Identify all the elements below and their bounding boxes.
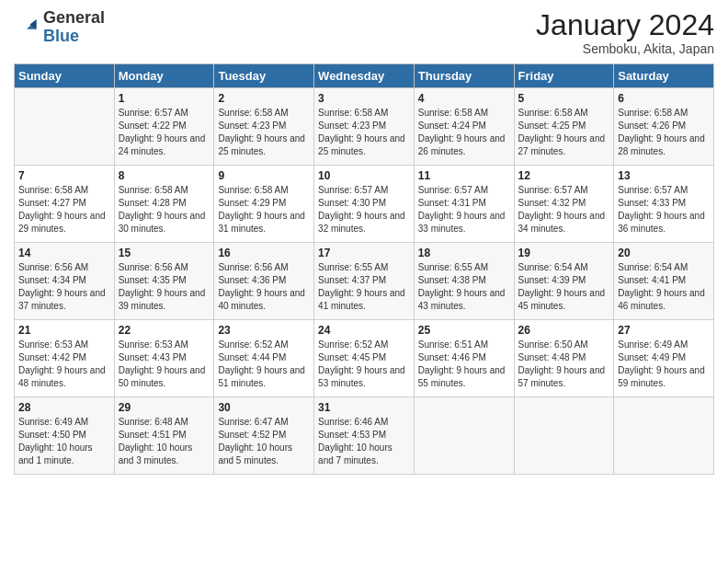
logo-icon xyxy=(14,15,40,40)
calendar-subtitle: Semboku, Akita, Japan xyxy=(536,41,714,56)
day-info: Sunrise: 6:54 AMSunset: 4:41 PMDaylight:… xyxy=(618,261,710,313)
day-number: 9 xyxy=(218,169,310,182)
calendar-cell: 25Sunrise: 6:51 AMSunset: 4:46 PMDayligh… xyxy=(414,320,514,397)
day-info: Sunrise: 6:58 AMSunset: 4:25 PMDaylight:… xyxy=(518,107,610,158)
day-number: 27 xyxy=(618,324,710,337)
calendar-cell xyxy=(414,397,514,475)
calendar-week-3: 14Sunrise: 6:56 AMSunset: 4:34 PMDayligh… xyxy=(15,243,714,320)
day-number: 16 xyxy=(218,247,310,259)
calendar-cell: 26Sunrise: 6:50 AMSunset: 4:48 PMDayligh… xyxy=(514,320,614,397)
day-number: 4 xyxy=(418,92,510,105)
weekday-friday: Friday xyxy=(514,64,614,88)
calendar-cell: 31Sunrise: 6:46 AMSunset: 4:53 PMDayligh… xyxy=(314,397,415,475)
calendar-cell: 14Sunrise: 6:56 AMSunset: 4:34 PMDayligh… xyxy=(15,243,115,320)
weekday-thursday: Thursday xyxy=(414,64,514,88)
day-info: Sunrise: 6:57 AMSunset: 4:31 PMDaylight:… xyxy=(418,184,510,236)
day-number: 10 xyxy=(318,169,410,182)
day-number: 11 xyxy=(418,169,510,182)
calendar-cell xyxy=(15,88,115,166)
day-info: Sunrise: 6:58 AMSunset: 4:29 PMDaylight:… xyxy=(218,184,310,236)
calendar-cell xyxy=(514,397,614,475)
day-number: 7 xyxy=(18,169,110,182)
day-info: Sunrise: 6:58 AMSunset: 4:27 PMDaylight:… xyxy=(18,184,110,236)
day-info: Sunrise: 6:58 AMSunset: 4:28 PMDaylight:… xyxy=(119,184,210,236)
day-info: Sunrise: 6:49 AMSunset: 4:49 PMDaylight:… xyxy=(618,339,710,390)
day-info: Sunrise: 6:49 AMSunset: 4:50 PMDaylight:… xyxy=(18,416,110,467)
day-number: 31 xyxy=(318,401,410,414)
calendar-title: January 2024 xyxy=(536,9,714,41)
day-number: 1 xyxy=(119,92,210,105)
day-number: 14 xyxy=(18,247,110,259)
day-info: Sunrise: 6:51 AMSunset: 4:46 PMDaylight:… xyxy=(418,339,510,390)
day-number: 30 xyxy=(218,401,310,414)
calendar-cell: 29Sunrise: 6:48 AMSunset: 4:51 PMDayligh… xyxy=(114,397,214,475)
calendar-week-2: 7Sunrise: 6:58 AMSunset: 4:27 PMDaylight… xyxy=(15,166,714,243)
header-row: General Blue January 2024 Semboku, Akita… xyxy=(14,9,714,56)
day-info: Sunrise: 6:53 AMSunset: 4:43 PMDaylight:… xyxy=(119,339,210,390)
calendar-cell: 24Sunrise: 6:52 AMSunset: 4:45 PMDayligh… xyxy=(314,320,415,397)
weekday-wednesday: Wednesday xyxy=(314,64,415,88)
calendar-cell: 7Sunrise: 6:58 AMSunset: 4:27 PMDaylight… xyxy=(15,166,115,243)
calendar-cell: 12Sunrise: 6:57 AMSunset: 4:32 PMDayligh… xyxy=(514,166,614,243)
logo-text: General Blue xyxy=(43,9,105,46)
calendar-cell: 20Sunrise: 6:54 AMSunset: 4:41 PMDayligh… xyxy=(614,243,714,320)
day-info: Sunrise: 6:57 AMSunset: 4:22 PMDaylight:… xyxy=(119,107,210,158)
calendar-cell: 22Sunrise: 6:53 AMSunset: 4:43 PMDayligh… xyxy=(114,320,214,397)
day-info: Sunrise: 6:58 AMSunset: 4:23 PMDaylight:… xyxy=(318,107,410,158)
day-info: Sunrise: 6:54 AMSunset: 4:39 PMDaylight:… xyxy=(518,261,610,313)
day-number: 26 xyxy=(518,324,610,337)
day-number: 3 xyxy=(318,92,410,105)
calendar-cell: 16Sunrise: 6:56 AMSunset: 4:36 PMDayligh… xyxy=(214,243,314,320)
day-number: 21 xyxy=(18,324,110,337)
calendar-cell: 23Sunrise: 6:52 AMSunset: 4:44 PMDayligh… xyxy=(214,320,314,397)
day-info: Sunrise: 6:48 AMSunset: 4:51 PMDaylight:… xyxy=(119,416,210,467)
day-number: 20 xyxy=(618,247,710,259)
day-number: 6 xyxy=(618,92,710,105)
day-info: Sunrise: 6:56 AMSunset: 4:36 PMDaylight:… xyxy=(218,261,310,313)
calendar-cell: 30Sunrise: 6:47 AMSunset: 4:52 PMDayligh… xyxy=(214,397,314,475)
logo-blue: Blue xyxy=(43,27,79,45)
title-block: January 2024 Semboku, Akita, Japan xyxy=(536,9,714,56)
calendar-cell xyxy=(614,397,714,475)
day-info: Sunrise: 6:55 AMSunset: 4:37 PMDaylight:… xyxy=(318,261,410,313)
logo-general: General xyxy=(43,8,105,27)
calendar-container: General Blue January 2024 Semboku, Akita… xyxy=(0,0,728,484)
day-number: 28 xyxy=(18,401,110,414)
day-info: Sunrise: 6:46 AMSunset: 4:53 PMDaylight:… xyxy=(318,416,410,467)
weekday-monday: Monday xyxy=(114,64,214,88)
day-number: 8 xyxy=(119,169,210,182)
day-info: Sunrise: 6:57 AMSunset: 4:30 PMDaylight:… xyxy=(318,184,410,236)
calendar-cell: 1Sunrise: 6:57 AMSunset: 4:22 PMDaylight… xyxy=(114,88,214,166)
day-info: Sunrise: 6:58 AMSunset: 4:24 PMDaylight:… xyxy=(418,107,510,158)
calendar-cell: 6Sunrise: 6:58 AMSunset: 4:26 PMDaylight… xyxy=(614,88,714,166)
calendar-week-1: 1Sunrise: 6:57 AMSunset: 4:22 PMDaylight… xyxy=(15,88,714,166)
logo: General Blue xyxy=(14,9,105,46)
calendar-cell: 27Sunrise: 6:49 AMSunset: 4:49 PMDayligh… xyxy=(614,320,714,397)
weekday-tuesday: Tuesday xyxy=(214,64,314,88)
calendar-cell: 21Sunrise: 6:53 AMSunset: 4:42 PMDayligh… xyxy=(15,320,115,397)
day-info: Sunrise: 6:52 AMSunset: 4:45 PMDaylight:… xyxy=(318,339,410,390)
day-number: 2 xyxy=(218,92,310,105)
calendar-week-5: 28Sunrise: 6:49 AMSunset: 4:50 PMDayligh… xyxy=(15,397,714,475)
day-number: 12 xyxy=(518,169,610,182)
day-number: 15 xyxy=(119,247,210,259)
calendar-cell: 8Sunrise: 6:58 AMSunset: 4:28 PMDaylight… xyxy=(114,166,214,243)
day-info: Sunrise: 6:52 AMSunset: 4:44 PMDaylight:… xyxy=(218,339,310,390)
calendar-cell: 28Sunrise: 6:49 AMSunset: 4:50 PMDayligh… xyxy=(15,397,115,475)
calendar-cell: 4Sunrise: 6:58 AMSunset: 4:24 PMDaylight… xyxy=(414,88,514,166)
day-info: Sunrise: 6:58 AMSunset: 4:23 PMDaylight:… xyxy=(218,107,310,158)
day-number: 13 xyxy=(618,169,710,182)
calendar-cell: 13Sunrise: 6:57 AMSunset: 4:33 PMDayligh… xyxy=(614,166,714,243)
day-info: Sunrise: 6:56 AMSunset: 4:35 PMDaylight:… xyxy=(119,261,210,313)
day-info: Sunrise: 6:56 AMSunset: 4:34 PMDaylight:… xyxy=(18,261,110,313)
day-number: 23 xyxy=(218,324,310,337)
day-number: 25 xyxy=(418,324,510,337)
calendar-cell: 10Sunrise: 6:57 AMSunset: 4:30 PMDayligh… xyxy=(314,166,415,243)
day-number: 19 xyxy=(518,247,610,259)
day-info: Sunrise: 6:57 AMSunset: 4:32 PMDaylight:… xyxy=(518,184,610,236)
weekday-saturday: Saturday xyxy=(614,64,714,88)
day-info: Sunrise: 6:53 AMSunset: 4:42 PMDaylight:… xyxy=(18,339,110,390)
day-info: Sunrise: 6:58 AMSunset: 4:26 PMDaylight:… xyxy=(618,107,710,158)
calendar-cell: 3Sunrise: 6:58 AMSunset: 4:23 PMDaylight… xyxy=(314,88,415,166)
day-number: 29 xyxy=(119,401,210,414)
